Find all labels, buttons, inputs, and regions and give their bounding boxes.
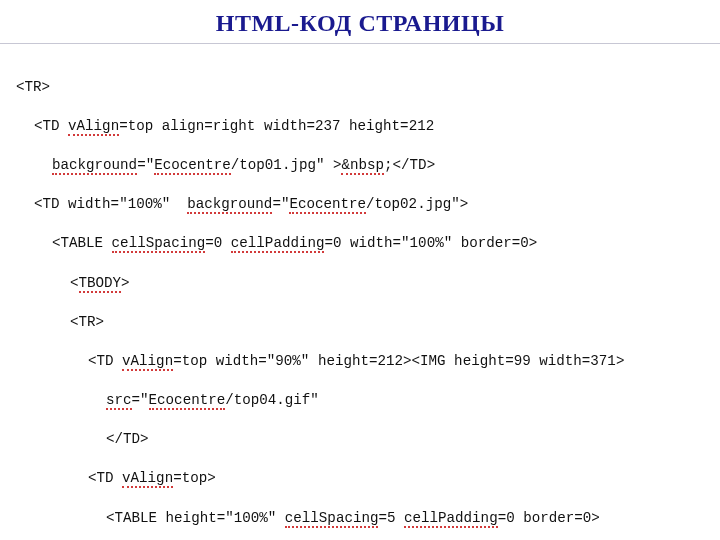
code-block: <TR> <TD vAlign=top align=right width=23… — [0, 44, 720, 540]
code-line: background="Ecocentre/top01.jpg" >&nbsp;… — [16, 156, 704, 176]
code-line: <TD width="100%" background="Ecocentre/t… — [16, 195, 704, 215]
code-line: <TABLE cellSpacing=0 cellPadding=0 width… — [16, 234, 704, 254]
code-line: </TD> — [16, 430, 704, 450]
code-line: <TD vAlign=top width="90%" height=212><I… — [16, 352, 704, 372]
page-title: HTML-КОД СТРАНИЦЫ — [216, 10, 504, 36]
title-bar: HTML-КОД СТРАНИЦЫ — [0, 0, 720, 44]
code-line: src="Ecocentre/top04.gif" — [16, 391, 704, 411]
code-line: <TR> — [16, 78, 704, 98]
code-line: <TABLE height="100%" cellSpacing=5 cellP… — [16, 509, 704, 529]
code-line: <TD vAlign=top align=right width=237 hei… — [16, 117, 704, 137]
code-line: <TBODY> — [16, 274, 704, 294]
code-line: <TD vAlign=top> — [16, 469, 704, 489]
code-line: <TR> — [16, 313, 704, 333]
